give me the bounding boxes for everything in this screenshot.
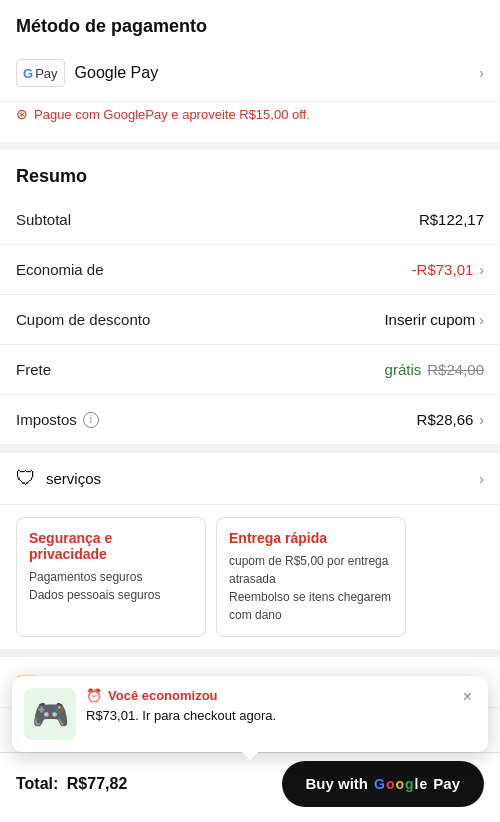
gpay-logo: G Pay: [16, 59, 65, 87]
gpay-btn-l: l: [415, 776, 419, 792]
discount-chevron-icon: ›: [479, 262, 484, 278]
promo-message: Pague com GooglePay e aproveite R$15,00 …: [34, 107, 310, 122]
gpay-btn-o: o: [386, 776, 395, 792]
section-divider-3: [0, 649, 500, 657]
subtotal-row: Subtotal R$122,17: [0, 195, 500, 245]
gpay-text: Pay: [35, 66, 57, 81]
payment-row-left: G Pay Google Pay: [16, 59, 158, 87]
subtotal-value: R$122,17: [419, 211, 484, 228]
shipping-label: Frete: [16, 361, 51, 378]
buy-button-pay: Pay: [433, 775, 460, 792]
coupon-action-text: Inserir cupom: [384, 311, 475, 328]
tax-row[interactable]: Impostos i R$28,66 ›: [0, 395, 500, 445]
service-card-delivery-desc: cupom de R$5,00 por entrega atrasadaReem…: [229, 552, 393, 624]
shipping-row: Frete grátis R$24,00: [0, 345, 500, 395]
gpay-button-logo: G o o g l e: [374, 776, 427, 792]
coupon-chevron-icon: ›: [479, 312, 484, 328]
total-display: Total: R$77,82: [16, 775, 127, 793]
services-header-left: 🛡 serviços: [16, 467, 101, 490]
subtotal-label: Subtotal: [16, 211, 71, 228]
services-chevron-icon: ›: [479, 471, 484, 487]
buy-button-text: Buy with: [306, 775, 369, 792]
summary-title: Resumo: [0, 150, 500, 195]
shipping-free-label: grátis: [385, 361, 422, 378]
coupon-link[interactable]: Inserir cupom ›: [384, 311, 484, 328]
coupon-label: Cupom de desconto: [16, 311, 150, 328]
service-card-security[interactable]: Segurança e privacidade Pagamentos segur…: [16, 517, 206, 637]
payment-method-section: Método de pagamento G Pay Google Pay › ⊛…: [0, 0, 500, 142]
summary-section: Resumo Subtotal R$122,17 Economia de -R$…: [0, 150, 500, 445]
gpay-btn-g: G: [374, 776, 385, 792]
services-cards-container: Segurança e privacidade Pagamentos segur…: [0, 505, 500, 649]
bottom-bar: Total: R$77,82 Buy with G o o g l e Pay: [0, 752, 500, 814]
shipping-value: grátis R$24,00: [385, 361, 484, 378]
total-amount: R$77,82: [67, 775, 128, 792]
clock-icon: ⏰: [86, 688, 102, 703]
toast-header: ⏰ Você economizou: [86, 688, 449, 703]
discount-row[interactable]: Economia de -R$73,01 ›: [0, 245, 500, 295]
discount-label: Economia de: [16, 261, 104, 278]
payment-method-row[interactable]: G Pay Google Pay ›: [0, 45, 500, 102]
section-divider-2: [0, 445, 500, 453]
services-header[interactable]: 🛡 serviços ›: [0, 453, 500, 505]
promo-icon: ⊛: [16, 106, 28, 122]
toast-content: ⏰ Você economizou R$73,01. Ir para check…: [86, 688, 449, 725]
toast-close-button[interactable]: ×: [459, 688, 476, 706]
gpay-g-letter: G: [23, 66, 33, 81]
section-divider-1: [0, 142, 500, 150]
tax-value: R$28,66: [417, 411, 474, 428]
buy-with-gpay-button[interactable]: Buy with G o o g l e Pay: [282, 761, 484, 807]
service-card-delivery[interactable]: Entrega rápida cupom de R$5,00 por entre…: [216, 517, 406, 637]
promo-text-row: ⊛ Pague com GooglePay e aproveite R$15,0…: [0, 102, 500, 134]
gpay-btn-e: e: [420, 776, 428, 792]
services-section: 🛡 serviços › Segurança e privacidade Pag…: [0, 453, 500, 649]
chevron-right-icon: ›: [479, 65, 484, 81]
tax-label: Impostos: [16, 411, 77, 428]
toast-arrow: [242, 752, 258, 760]
total-text: Total:: [16, 775, 58, 792]
total-label: Total: R$77,82: [16, 775, 127, 792]
service-card-delivery-title: Entrega rápida: [229, 530, 393, 546]
services-title: serviços: [46, 470, 101, 487]
tax-chevron-icon: ›: [479, 412, 484, 428]
shipping-original-price: R$24,00: [427, 361, 484, 378]
toast-notification: 🎮 ⏰ Você economizou R$73,01. Ir para che…: [12, 676, 488, 752]
tax-info-icon[interactable]: i: [83, 412, 99, 428]
shield-icon: 🛡: [16, 467, 36, 490]
toast-body: R$73,01. Ir para checkout agora.: [86, 707, 449, 725]
gpay-btn-g2: g: [405, 776, 414, 792]
coupon-row[interactable]: Cupom de desconto Inserir cupom ›: [0, 295, 500, 345]
toast-title: Você economizou: [108, 688, 218, 703]
payment-provider-name: Google Pay: [75, 64, 159, 82]
discount-value: -R$73,01: [412, 261, 474, 278]
toast-game-icon: 🎮: [24, 688, 76, 740]
payment-method-title: Método de pagamento: [0, 0, 500, 45]
service-card-security-title: Segurança e privacidade: [29, 530, 193, 562]
service-card-security-desc: Pagamentos segurosDados pessoais seguros: [29, 568, 193, 604]
gpay-btn-o2: o: [395, 776, 404, 792]
